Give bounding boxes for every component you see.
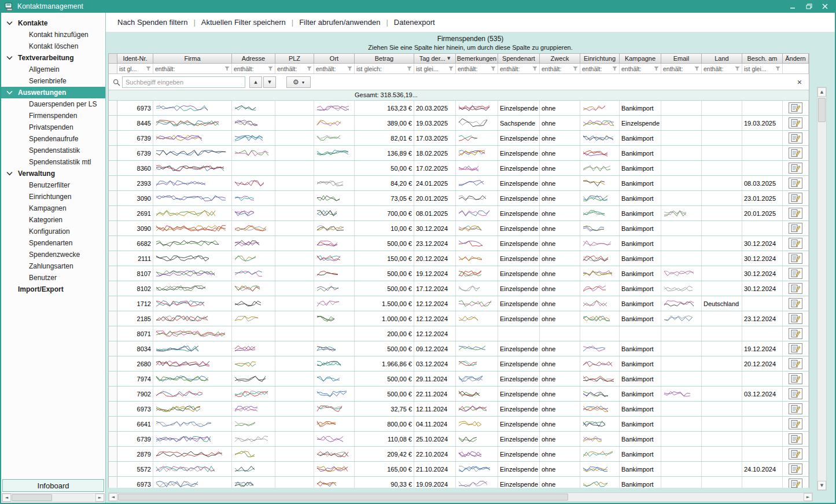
column-header-betrag[interactable]: Betrag [355,54,414,63]
edit-row-button[interactable] [789,133,802,144]
table-row[interactable]: 8445389,00 €19.03.2025SachspendeohneEinz… [109,116,809,131]
clear-search-button[interactable]: × [797,77,802,87]
sidebar-item-spendenstatistik[interactable]: Spendenstatistik [1,145,105,156]
table-row[interactable]: 26801.966,86 €03.12.2024Einzelspendeohne… [109,356,809,371]
column-header-adresse[interactable]: Adresse [232,54,275,63]
filter-tag[interactable]: ist glei... [414,64,456,73]
table-row[interactable]: 8102500,00 €17.12.2024EinzelspendeohneBa… [109,281,809,296]
edit-row-button[interactable] [789,102,802,113]
minimize-button[interactable] [786,2,799,11]
edit-row-button[interactable] [789,358,802,369]
edit-row-button[interactable] [789,313,802,324]
filter-spendenart[interactable]: enthält: [498,64,540,73]
column-header-ort[interactable]: Ort [314,54,355,63]
table-row[interactable]: 6641800,00 €04.11.2024EinzelspendeohneBa… [109,417,809,432]
table-row[interactable]: 697332,75 €12.11.2024EinzelspendeohneBan… [109,402,809,417]
scroll-right-icon[interactable]: ► [95,494,104,502]
filter-betrag[interactable]: ist gleich: [355,64,414,73]
sidebar-item-allgemein[interactable]: Allgemein [1,64,105,75]
table-row[interactable]: 836050,00 €17.02.2025EinzelspendeohneBan… [109,161,809,176]
sidebar-item-konfiguration[interactable]: Konfiguration [1,226,105,237]
column-header-spendenart[interactable]: Spendenart [498,54,540,63]
column-header-plz[interactable]: PLZ [275,54,314,63]
sidebar-item-spendenstatistik-mtl[interactable]: Spendenstatistik mtl [1,156,105,168]
edit-row-button[interactable] [789,238,802,249]
table-row[interactable]: 239384,20 €24.01.2025EinzelspendeohneBan… [109,176,809,191]
horizontal-scrollbar[interactable]: ◄ ► [108,492,813,502]
scrollbar-thumb[interactable] [12,494,52,501]
edit-row-button[interactable] [789,463,802,474]
sidebar-item-firmenspenden[interactable]: Firmenspenden [1,110,105,122]
sidebar-horizontal-scrollbar[interactable]: ◄ ► [2,493,105,502]
close-button[interactable] [819,2,831,11]
edit-row-button[interactable] [789,148,802,159]
table-row[interactable]: 7902500,00 €22.11.2024EinzelspendeohneBa… [109,387,809,402]
search-prev-button[interactable]: ▲ [249,76,262,88]
edit-row-button[interactable] [789,403,802,414]
sidebar-item-einrichtungen[interactable]: Einrichtungen [1,191,105,203]
table-row[interactable]: 8071200,00 €12.12.2024 [109,326,809,341]
vertical-scrollbar[interactable]: ▲ ▼ [817,87,827,491]
filter-ident[interactable]: ist gl... [117,64,153,73]
table-row[interactable]: 6739136,89 €18.02.2025EinzelspendeohneBa… [109,146,809,161]
sidebar-item-dauerspenden-per-ls[interactable]: Dauerspenden per LS [1,98,105,110]
scroll-left-icon[interactable]: ◄ [109,493,117,501]
edit-row-button[interactable] [789,223,802,234]
table-row[interactable]: 17121.500,00 €12.12.2024Einzelspendeohne… [109,296,809,311]
toolbar-item-nach-spenden-filtern[interactable]: Nach Spenden filtern [112,18,193,27]
search-next-button[interactable]: ▼ [263,76,276,88]
edit-row-button[interactable] [789,268,802,279]
table-row[interactable]: 6739110,08 €25.10.2024EinzelspendeohneBa… [109,432,809,447]
sidebar-section-import-export[interactable]: Import/Export [1,284,105,295]
edit-row-button[interactable] [789,253,802,264]
edit-row-button[interactable] [789,433,802,444]
table-row[interactable]: 697390,33 €19.09.2024EinzelspendeohneBan… [109,477,809,488]
column-header-besch[interactable]: Besch. am [742,54,783,63]
scroll-left-icon[interactable]: ◄ [2,494,11,502]
scrollbar-thumb[interactable] [118,494,568,501]
filter-besch[interactable]: ist glei... [742,64,783,73]
column-header-ident[interactable]: Ident-Nr. [117,54,153,63]
sidebar-item-kontakt-hinzufügen[interactable]: Kontakt hinzufügen [1,29,105,41]
edit-row-button[interactable] [789,479,802,488]
edit-row-button[interactable] [789,193,802,204]
scrollbar-thumb[interactable] [818,98,826,122]
sidebar-item-spendenarten[interactable]: Spendenarten [1,237,105,249]
filter-email[interactable]: enthält: [661,64,702,73]
column-header-land[interactable]: Land [702,54,742,63]
toolbar-item-filter-abrufen-anwenden[interactable]: Filter abrufen/anwenden [293,18,386,27]
table-row[interactable]: 2691700,00 €08.01.2025EinzelspendeohneBa… [109,206,809,221]
sidebar-section-verwaltung[interactable]: Verwaltung [1,168,105,179]
edit-row-button[interactable] [789,117,802,128]
table-row[interactable]: 8107500,00 €19.12.2024EinzelspendeohneBa… [109,266,809,281]
column-header-tag[interactable]: Tag der...▼ [414,54,456,63]
filter-zweck[interactable]: enthält: [540,64,580,73]
column-header-firma[interactable]: Firma [153,54,232,63]
sidebar-item-spendenzwecke[interactable]: Spendenzwecke [1,249,105,260]
scroll-right-icon[interactable]: ► [804,493,812,501]
filter-land[interactable]: enthält: [702,64,742,73]
column-header-einrichtung[interactable]: Einrichtung [580,54,620,63]
table-row[interactable]: 2879209,42 €22.10.2024EinzelspendeohneBa… [109,447,809,462]
scroll-up-icon[interactable]: ▲ [817,87,826,97]
edit-row-button[interactable] [789,283,802,294]
sidebar-item-privatspenden[interactable]: Privatspenden [1,122,105,133]
scroll-down-icon[interactable]: ▼ [817,481,826,490]
filter-kampagne[interactable]: enthält: [620,64,661,73]
sidebar-item-kontakt-löschen[interactable]: Kontakt löschen [1,41,105,52]
sidebar-section-auswertungen[interactable]: Auswertungen [1,87,105,98]
edit-row-button[interactable] [789,208,802,219]
maximize-button[interactable] [802,2,815,11]
sidebar-item-spendenaufrufe[interactable]: Spendenaufrufe [1,133,105,145]
filter-einrichtung[interactable]: enthält: [580,64,620,73]
edit-row-button[interactable] [789,328,802,339]
sidebar-item-kategorien[interactable]: Kategorien [1,214,105,226]
sidebar-item-kampagnen[interactable]: Kampagnen [1,203,105,214]
edit-row-button[interactable] [789,163,802,174]
table-row[interactable]: 6973163,23 €20.03.2025EinzelspendeohneBa… [109,101,809,116]
column-header-bemerkungen[interactable]: Bemerkungen [456,54,498,63]
edit-row-button[interactable] [789,343,802,354]
table-row[interactable]: 8034500,00 €09.12.2024EinzelspendeohneBa… [109,341,809,356]
table-row[interactable]: 7974500,00 €29.11.2024EinzelspendeohneBa… [109,371,809,387]
sidebar-section-kontakte[interactable]: Kontakte [1,17,105,29]
